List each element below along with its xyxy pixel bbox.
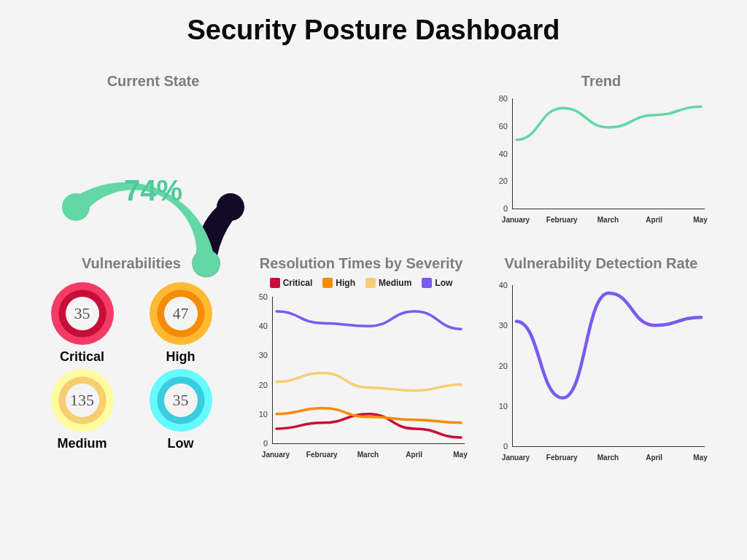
- legend-label: Medium: [379, 278, 411, 288]
- legend-label: Low: [435, 278, 452, 288]
- svg-point-2: [62, 193, 90, 221]
- x-tick: March: [597, 454, 619, 462]
- gauge-chart: 74%: [51, 94, 255, 218]
- donut-value: 135: [66, 384, 99, 417]
- trend-panel: Trend 020406080JanuaryFebruaryMarchApril…: [484, 73, 718, 224]
- donut-label: Medium: [44, 436, 120, 451]
- x-tick: March: [357, 451, 379, 459]
- y-tick: 0: [492, 204, 508, 213]
- vuln-high: 47High: [142, 282, 219, 365]
- svg-point-1: [217, 193, 244, 221]
- donut-value: 47: [164, 297, 198, 330]
- donut-icon: 47: [150, 282, 212, 345]
- donut-icon: 35: [150, 369, 212, 432]
- legend-swatch: [365, 278, 376, 288]
- detection-panel: Vulnerability Detection Rate 010203040Ja…: [484, 255, 718, 462]
- detection-title: Vulnerability Detection Rate: [484, 255, 718, 272]
- y-tick: 50: [252, 292, 268, 301]
- x-tick: January: [502, 454, 530, 462]
- resolution-title: Resolution Times by Severity: [252, 255, 471, 272]
- legend-swatch: [322, 278, 333, 288]
- legend-label: Critical: [283, 278, 313, 288]
- y-tick: 0: [492, 442, 508, 451]
- gauge-title: Current State: [44, 73, 263, 90]
- trend-title: Trend: [484, 73, 718, 90]
- resolution-chart: 01020304050JanuaryFebruaryMarchAprilMay: [252, 291, 471, 459]
- y-tick: 20: [252, 381, 268, 389]
- legend-medium: Medium: [365, 278, 411, 288]
- vulnerabilities-panel: Vulnerabilities 35Critical47High135Mediu…: [44, 255, 219, 451]
- x-tick: May: [453, 451, 467, 459]
- page-title: Security Posture Dashboard: [0, 0, 747, 46]
- resolution-panel: Resolution Times by Severity CriticalHig…: [241, 255, 481, 459]
- y-tick: 40: [492, 281, 508, 289]
- vulnerabilities-title: Vulnerabilities: [44, 255, 219, 272]
- legend-critical: Critical: [270, 278, 313, 288]
- y-tick: 40: [252, 322, 268, 330]
- y-tick: 20: [492, 362, 508, 370]
- y-tick: 80: [492, 94, 508, 103]
- resolution-legend: CriticalHighMediumLow: [241, 278, 481, 288]
- x-tick: January: [262, 451, 290, 459]
- y-tick: 20: [492, 176, 508, 185]
- y-tick: 40: [492, 149, 508, 158]
- x-tick: May: [693, 216, 707, 224]
- y-tick: 30: [492, 321, 508, 330]
- x-tick: April: [406, 451, 422, 459]
- vuln-critical: 35Critical: [44, 282, 120, 365]
- donut-label: Critical: [44, 349, 120, 365]
- x-tick: February: [546, 216, 578, 224]
- y-tick: 10: [492, 402, 508, 411]
- x-tick: February: [546, 454, 578, 462]
- gauge-value: 74%: [124, 174, 182, 207]
- donut-value: 35: [164, 384, 198, 417]
- donut-label: Low: [142, 436, 219, 451]
- donut-icon: 135: [51, 369, 114, 432]
- y-tick: 0: [252, 439, 268, 448]
- legend-high: High: [322, 278, 355, 288]
- legend-low: Low: [422, 278, 452, 288]
- x-tick: May: [693, 454, 707, 462]
- y-tick: 30: [252, 351, 268, 359]
- x-tick: April: [646, 216, 662, 224]
- legend-label: High: [336, 278, 355, 288]
- donut-value: 35: [66, 297, 99, 330]
- trend-chart: 020406080JanuaryFebruaryMarchAprilMay: [492, 93, 711, 224]
- gauge-panel: Current State 74%: [44, 73, 263, 218]
- x-tick: February: [306, 451, 338, 459]
- x-tick: April: [646, 454, 662, 462]
- legend-swatch: [270, 278, 280, 288]
- donut-icon: 35: [51, 282, 114, 345]
- y-tick: 60: [492, 122, 508, 131]
- y-tick: 10: [252, 410, 268, 419]
- vuln-low: 35Low: [142, 369, 219, 451]
- legend-swatch: [422, 278, 432, 288]
- detection-chart: 010203040JanuaryFebruaryMarchAprilMay: [492, 279, 711, 462]
- vuln-medium: 135Medium: [44, 369, 120, 451]
- x-tick: January: [502, 216, 530, 224]
- x-tick: March: [597, 216, 619, 224]
- donut-label: High: [142, 349, 219, 365]
